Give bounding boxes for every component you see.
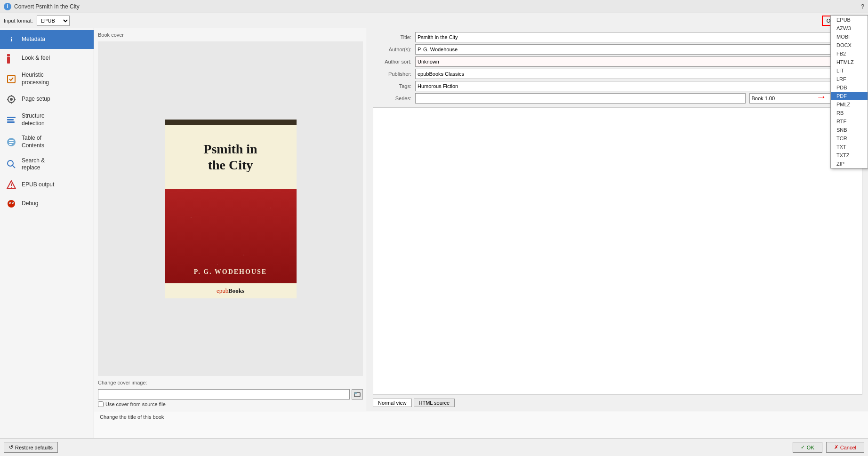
- cover-change-row: [98, 389, 363, 400]
- svg-point-23: [8, 200, 15, 208]
- publisher-label: Publisher:: [373, 71, 415, 77]
- tags-input[interactable]: [415, 81, 862, 91]
- format-option-rb[interactable]: RB: [831, 109, 868, 117]
- format-option-htmlz[interactable]: HTMLZ: [831, 58, 868, 66]
- app-icon: i: [4, 3, 11, 10]
- format-option-rtf[interactable]: RTF: [831, 117, 868, 126]
- series-name-input[interactable]: [415, 93, 746, 104]
- svg-line-19: [12, 165, 15, 168]
- format-option-mobi[interactable]: MOBI: [831, 32, 868, 41]
- cover-publisher-area: epubBooks: [165, 283, 297, 298]
- cover-publisher-text: epubBooks: [217, 287, 244, 295]
- format-option-lit[interactable]: LIT: [831, 66, 868, 75]
- sidebar-label-page-setup: Page setup: [22, 96, 50, 103]
- svg-rect-2: [7, 57, 10, 64]
- sidebar-label-structure: Structure detection: [22, 112, 45, 127]
- sidebar-item-structure[interactable]: Structure detection: [0, 109, 94, 131]
- cover-title-text: Psmith inthe City: [203, 141, 257, 173]
- sidebar-label-epub-output: EPUB output: [22, 181, 54, 189]
- format-option-pdf[interactable]: PDF: [831, 92, 868, 100]
- format-option-epub[interactable]: EPUB: [831, 16, 868, 24]
- publisher-input[interactable]: [415, 69, 862, 79]
- cover-checkbox-row: Use cover from source file: [98, 401, 363, 407]
- restore-defaults-button[interactable]: ↺ Restore defaults: [4, 442, 58, 453]
- svg-rect-4: [8, 75, 15, 83]
- sidebar-item-page-setup[interactable]: Page setup: [0, 90, 94, 109]
- svg-rect-13: [7, 121, 15, 123]
- ok-label: OK: [807, 445, 814, 450]
- cancel-label: Cancel: [840, 445, 856, 450]
- change-cover-label: Change cover image:: [98, 380, 363, 385]
- format-option-pdb[interactable]: PDB: [831, 83, 868, 92]
- format-option-lrf[interactable]: LRF: [831, 75, 868, 83]
- format-bar: Input format: EPUB AZW3 MOBI Output form…: [0, 13, 868, 28]
- metadata-icon: i: [6, 34, 17, 45]
- html-source-tab[interactable]: HTML source: [414, 399, 455, 407]
- sidebar-item-look-feel[interactable]: Look & feel: [0, 49, 94, 68]
- heuristic-icon: [6, 73, 17, 85]
- svg-rect-17: [9, 144, 12, 145]
- bottom-bar: ↺ Restore defaults ✓ OK ✗ Cancel: [0, 438, 868, 456]
- format-option-txtz[interactable]: TXTZ: [831, 151, 868, 160]
- svg-point-26: [9, 202, 10, 203]
- metadata-panel: Title: Author(s): Author sort:: [367, 28, 868, 411]
- sidebar-label-debug: Debug: [22, 200, 38, 208]
- cover-path-input[interactable]: [98, 389, 350, 400]
- look-feel-icon: [6, 53, 17, 64]
- svg-rect-3: [7, 54, 10, 56]
- description-area: Change the title of this book: [94, 411, 868, 438]
- svg-rect-15: [9, 140, 14, 141]
- help-button[interactable]: ?: [861, 3, 864, 10]
- input-format-select[interactable]: EPUB AZW3 MOBI: [37, 16, 70, 26]
- cancel-button[interactable]: ✗ Cancel: [826, 442, 864, 453]
- sidebar-item-toc[interactable]: Table of Contents: [0, 131, 94, 153]
- series-label: Series:: [373, 96, 415, 101]
- title-input[interactable]: [415, 32, 862, 42]
- cover-top-bar: [165, 120, 297, 125]
- normal-view-tab[interactable]: Normal view: [373, 399, 412, 407]
- restore-label: Restore defaults: [15, 445, 53, 450]
- svg-point-22: [11, 187, 12, 188]
- format-option-azw3[interactable]: AZW3: [831, 24, 868, 32]
- svg-rect-16: [9, 142, 14, 143]
- sidebar-label-search-replace: Search & replace: [22, 157, 45, 172]
- series-inputs: [415, 93, 862, 104]
- book-cover-image: Psmith inthe City P. G. WODEHOUSE epubBo…: [165, 120, 297, 298]
- svg-rect-29: [354, 392, 357, 394]
- title-field-row: Title:: [373, 32, 862, 42]
- tags-label: Tags:: [373, 83, 415, 89]
- book-cover-panel: Book cover Psmith inthe City P. G. WODEH…: [94, 28, 367, 411]
- description-text: Change the title of this book: [100, 414, 164, 420]
- sidebar-item-search-replace[interactable]: Search & replace: [0, 153, 94, 176]
- use-source-cover-checkbox[interactable]: [98, 401, 104, 407]
- format-option-txt[interactable]: TXT: [831, 143, 868, 151]
- sidebar: i Metadata Look & feel: [0, 28, 94, 438]
- debug-icon: [6, 198, 17, 209]
- input-format-label: Input format:: [4, 18, 33, 24]
- view-tabs: Normal view HTML source: [373, 399, 862, 407]
- cover-title-area: Psmith inthe City: [165, 125, 297, 189]
- format-option-zip[interactable]: ZIP: [831, 160, 868, 168]
- svg-point-27: [12, 202, 13, 203]
- author-sort-label: Author sort:: [373, 59, 415, 64]
- format-option-fb2[interactable]: FB2: [831, 49, 868, 58]
- sidebar-item-epub-output[interactable]: EPUB output: [0, 176, 94, 194]
- ok-button[interactable]: ✓ OK: [793, 442, 822, 453]
- format-option-snb[interactable]: SNB: [831, 126, 868, 134]
- sidebar-item-metadata[interactable]: i Metadata: [0, 30, 94, 49]
- author-sort-input[interactable]: [415, 56, 862, 67]
- format-option-tcr[interactable]: TCR: [831, 134, 868, 143]
- page-setup-icon: [6, 94, 17, 105]
- structure-icon: [6, 114, 17, 126]
- sidebar-item-debug[interactable]: Debug: [0, 194, 94, 213]
- sidebar-label-toc: Table of Contents: [22, 135, 44, 149]
- sidebar-item-heuristic[interactable]: Heuristic processing: [0, 68, 94, 90]
- authors-input[interactable]: [415, 44, 862, 55]
- preview-area: [373, 107, 862, 395]
- publisher-field-row: Publisher:: [373, 69, 862, 79]
- author-sort-field-row: Author sort:: [373, 56, 862, 67]
- format-option-docx[interactable]: DOCX: [831, 41, 868, 49]
- sidebar-label-heuristic: Heuristic processing: [22, 72, 49, 86]
- format-option-pmlz[interactable]: PMLZ: [831, 100, 868, 109]
- cover-browse-button[interactable]: [352, 389, 363, 400]
